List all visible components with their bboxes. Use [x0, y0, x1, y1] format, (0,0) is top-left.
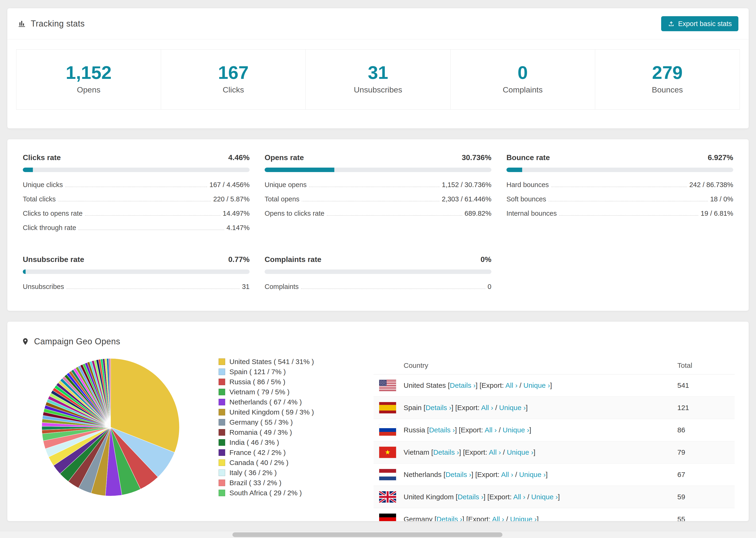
export-unique-link-netherlands[interactable]: Unique › — [519, 471, 546, 478]
rate-title: Opens rate — [265, 153, 304, 162]
progress-bar — [23, 269, 249, 274]
legend-label: Vietnam ( 79 / 5% ) — [229, 389, 290, 396]
rate-rows: Unique clicks167 / 4.456%Total clicks220… — [23, 178, 249, 235]
export-all-link-germany[interactable]: All › — [492, 515, 504, 521]
metric-value: 1,152 / 30.736% — [442, 181, 491, 189]
legend-label: India ( 46 / 3% ) — [229, 439, 279, 446]
metric-row-unique-clicks: Unique clicks167 / 4.456% — [23, 178, 249, 192]
rate-head: Clicks rate4.46% — [23, 153, 249, 162]
bracket-text: / — [513, 471, 519, 478]
legend-item-vietnam[interactable]: Vietnam ( 79 / 5% ) — [219, 389, 359, 396]
export-all-link-united-states[interactable]: All › — [506, 381, 518, 389]
upload-icon — [668, 20, 675, 27]
rate-head: Unsubscribe rate0.77% — [23, 255, 249, 264]
rate-title: Clicks rate — [23, 153, 61, 162]
details-link-germany[interactable]: Details › — [436, 515, 462, 521]
dotted-leader — [79, 230, 224, 230]
geo-table-header: Country Total — [374, 357, 735, 374]
legend-item-united-states[interactable]: United States ( 541 / 31% ) — [219, 358, 359, 365]
details-link-united-kingdom[interactable]: Details › — [458, 493, 483, 501]
metric-value: 4.147% — [227, 224, 249, 232]
metric-label: Unique opens — [265, 181, 307, 189]
export-all-link-spain[interactable]: All › — [481, 404, 493, 411]
legend-label: Brazil ( 33 / 2% ) — [229, 479, 282, 486]
stat-label-opens: Opens — [17, 85, 161, 94]
legend-item-netherlands[interactable]: Netherlands ( 67 / 4% ) — [219, 399, 359, 405]
legend-swatch — [219, 459, 225, 466]
legend-item-romania[interactable]: Romania ( 49 / 3% ) — [219, 429, 359, 436]
pie-chart-svg — [40, 357, 181, 498]
metric-label: Hard bounces — [507, 181, 549, 189]
country-cell: Netherlands [Details ›] [Export: All › /… — [404, 471, 677, 479]
legend-item-brazil[interactable]: Brazil ( 33 / 2% ) — [219, 479, 359, 486]
legend-item-united-kingdom[interactable]: United Kingdom ( 59 / 3% ) — [219, 409, 359, 416]
tracking-stats-card: Tracking stats Export basic stats 1,152O… — [7, 8, 749, 129]
details-link-vietnam[interactable]: Details › — [433, 448, 459, 456]
metric-label: Opens to clicks rate — [265, 210, 324, 217]
stat-opens: 1,152Opens — [17, 50, 161, 109]
tracking-stats-header: Tracking stats Export basic stats — [7, 8, 749, 39]
legend-swatch — [219, 368, 225, 375]
stat-label-unsubscribes: Unsubscribes — [306, 85, 450, 94]
export-unique-link-vietnam[interactable]: Unique › — [507, 448, 533, 456]
export-all-link-russia[interactable]: All › — [485, 426, 497, 434]
legend-item-france[interactable]: France ( 42 / 2% ) — [219, 449, 359, 456]
scrollbar-thumb[interactable] — [233, 532, 503, 537]
horizontal-scrollbar[interactable] — [0, 531, 756, 538]
legend-label: Romania ( 49 / 3% ) — [229, 429, 292, 436]
country-total: 55 — [677, 515, 729, 521]
legend-swatch — [219, 469, 225, 476]
export-unique-link-united-states[interactable]: Unique › — [523, 381, 550, 389]
bracket-text: / — [504, 515, 510, 521]
bar-chart-icon — [18, 20, 26, 28]
rate-value: 4.46% — [228, 153, 249, 162]
legend-item-india[interactable]: India ( 46 / 3% ) — [219, 439, 359, 446]
legend-label: Italy ( 36 / 2% ) — [229, 469, 277, 476]
bracket-text: [ — [432, 515, 436, 521]
country-name: Germany — [404, 515, 432, 521]
country-cell: United States [Details ›] [Export: All ›… — [404, 381, 677, 389]
legend-swatch — [219, 379, 225, 385]
export-unique-link-russia[interactable]: Unique › — [503, 426, 529, 434]
details-link-spain[interactable]: Details › — [425, 404, 451, 411]
metric-label: Total opens — [265, 195, 299, 203]
export-all-link-united-kingdom[interactable]: All › — [513, 493, 525, 501]
vn-flag-icon — [379, 447, 396, 458]
export-unique-link-united-kingdom[interactable]: Unique › — [531, 493, 558, 501]
export-unique-link-germany[interactable]: Unique › — [510, 515, 537, 521]
country-cell: United Kingdom [Details ›] [Export: All … — [404, 493, 677, 501]
export-all-link-netherlands[interactable]: All › — [501, 471, 513, 478]
legend-label: Netherlands ( 67 / 4% ) — [229, 399, 302, 405]
rate-head: Bounce rate6.927% — [507, 153, 733, 162]
country-total: 59 — [677, 493, 729, 501]
metric-value: 167 / 4.456% — [209, 181, 249, 189]
details-link-russia[interactable]: Details › — [429, 426, 455, 434]
dotted-leader — [309, 187, 440, 187]
legend-item-italy[interactable]: Italy ( 36 / 2% ) — [219, 469, 359, 476]
bracket-text: [ — [442, 471, 446, 478]
legend-item-south-africa[interactable]: South Africa ( 29 / 2% ) — [219, 489, 359, 497]
export-unique-link-spain[interactable]: Unique › — [499, 404, 526, 411]
bracket-text: [Export: — [455, 404, 481, 411]
details-link-united-states[interactable]: Details › — [450, 381, 476, 389]
metric-row-internal-bounces: Internal bounces19 / 6.81% — [507, 206, 733, 221]
bracket-text: ] — [533, 448, 535, 456]
rate-title: Complaints rate — [265, 255, 321, 264]
legend-item-russia[interactable]: Russia ( 86 / 5% ) — [219, 378, 359, 385]
legend-item-germany[interactable]: Germany ( 55 / 3% ) — [219, 419, 359, 426]
bracket-text: [ — [446, 381, 450, 389]
geo-body: United States ( 541 / 31% )Spain ( 121 /… — [21, 357, 735, 521]
legend-item-canada[interactable]: Canada ( 40 / 2% ) — [219, 459, 359, 466]
export-all-link-vietnam[interactable]: All › — [489, 448, 501, 456]
metric-label: Clicks to opens rate — [23, 210, 82, 217]
dotted-leader — [65, 187, 207, 187]
progress-bar — [265, 269, 491, 274]
dotted-leader — [58, 201, 211, 201]
bracket-text: ] — [462, 515, 466, 521]
export-basic-stats-button[interactable]: Export basic stats — [661, 16, 738, 31]
details-link-netherlands[interactable]: Details › — [445, 471, 471, 478]
dotted-leader — [549, 201, 708, 201]
bracket-text: ] — [546, 471, 548, 478]
bracket-text: [ — [422, 404, 426, 411]
legend-item-spain[interactable]: Spain ( 121 / 7% ) — [219, 368, 359, 375]
